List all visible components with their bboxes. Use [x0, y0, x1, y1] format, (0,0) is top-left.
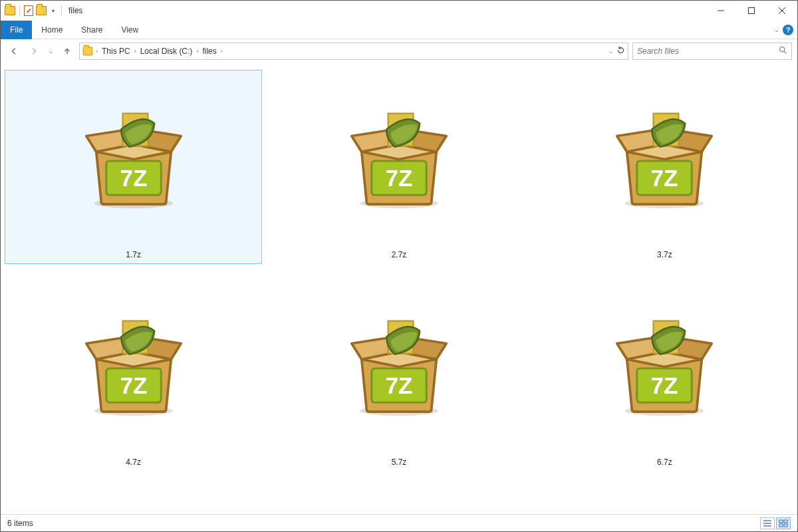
chevron-right-icon[interactable]: › — [134, 48, 136, 55]
address-bar[interactable]: › This PC › Local Disk (C:) › files › ⌵ — [79, 43, 628, 60]
folder-icon — [83, 47, 92, 56]
up-button[interactable] — [59, 43, 75, 59]
folder-icon[interactable] — [36, 6, 47, 15]
archive-icon — [578, 282, 751, 455]
view-toggle — [760, 517, 791, 529]
file-item[interactable]: 6.7z — [536, 277, 793, 471]
breadcrumb[interactable]: Local Disk (C:) — [139, 47, 194, 56]
chevron-right-icon[interactable]: › — [196, 48, 198, 55]
file-name-label: 5.7z — [392, 458, 407, 467]
search-box[interactable] — [632, 43, 792, 60]
address-dropdown-icon[interactable]: ⌵ — [609, 48, 612, 55]
breadcrumb[interactable]: files — [201, 47, 217, 56]
svg-rect-14 — [784, 520, 787, 523]
file-name-label: 3.7z — [657, 250, 672, 259]
file-item[interactable]: 5.7z — [270, 277, 527, 471]
archive-icon — [313, 282, 485, 455]
file-name-label: 1.7z — [126, 250, 141, 259]
window-controls — [706, 1, 797, 21]
qat-dropdown-icon[interactable]: ▾ — [49, 8, 57, 14]
file-pane[interactable]: 1.7z 2.7z 3.7z 4.7z 5.7z 6.7z — [1, 63, 797, 514]
details-view-button[interactable] — [760, 517, 775, 529]
tab-share[interactable]: Share — [72, 21, 112, 39]
file-name-label: 6.7z — [657, 458, 672, 467]
separator — [61, 5, 62, 16]
properties-icon[interactable]: ✓ — [24, 5, 33, 16]
minimize-button[interactable] — [706, 1, 736, 21]
maximize-button[interactable] — [736, 1, 767, 21]
recent-locations-icon[interactable]: ⌵ — [46, 43, 55, 59]
window-title: files — [68, 6, 82, 15]
archive-icon — [578, 74, 751, 247]
chevron-right-icon[interactable]: › — [221, 48, 223, 55]
separator — [19, 5, 20, 16]
navigation-bar: ⌵ › This PC › Local Disk (C:) › files › … — [1, 39, 797, 63]
icons-view-button[interactable] — [776, 517, 791, 529]
svg-point-8 — [780, 47, 785, 52]
title-bar: ✓ ▾ files — [1, 1, 797, 21]
chevron-right-icon[interactable]: › — [96, 48, 98, 55]
status-bar: 6 items — [1, 514, 797, 531]
tab-home[interactable]: Home — [32, 21, 72, 39]
file-item[interactable]: 2.7z — [270, 70, 527, 264]
close-button[interactable] — [767, 1, 797, 21]
file-item[interactable]: 4.7z — [5, 277, 262, 471]
file-name-label: 2.7z — [392, 250, 407, 259]
item-count: 6 items — [7, 519, 33, 528]
svg-rect-5 — [749, 8, 755, 14]
archive-icon — [313, 74, 485, 247]
file-item[interactable]: 3.7z — [536, 70, 793, 264]
quick-access-toolbar: ✓ ▾ — [1, 5, 63, 16]
archive-icon — [47, 74, 220, 247]
search-icon[interactable] — [779, 46, 787, 57]
svg-line-9 — [784, 51, 786, 53]
breadcrumb[interactable]: This PC — [100, 47, 132, 56]
tab-view[interactable]: View — [112, 21, 148, 39]
search-input[interactable] — [637, 47, 779, 56]
forward-button[interactable] — [26, 43, 42, 59]
tab-file[interactable]: File — [1, 21, 32, 39]
folder-icon — [5, 6, 15, 15]
breadcrumb-label: Local Disk (C:) — [140, 47, 193, 56]
breadcrumb-label: files — [202, 47, 216, 56]
ribbon-collapse-icon[interactable]: ⌵ — [775, 26, 779, 33]
svg-rect-13 — [779, 520, 783, 523]
breadcrumb-label: This PC — [102, 47, 130, 56]
back-button[interactable] — [6, 43, 22, 59]
help-icon[interactable]: ? — [783, 25, 793, 35]
svg-rect-16 — [784, 524, 787, 527]
svg-rect-15 — [779, 524, 783, 527]
refresh-button[interactable] — [616, 46, 625, 57]
file-item[interactable]: 1.7z — [5, 70, 262, 264]
ribbon-tabs: File Home Share View ⌵ ? — [1, 21, 797, 39]
archive-icon — [47, 282, 220, 455]
file-name-label: 4.7z — [126, 458, 141, 467]
